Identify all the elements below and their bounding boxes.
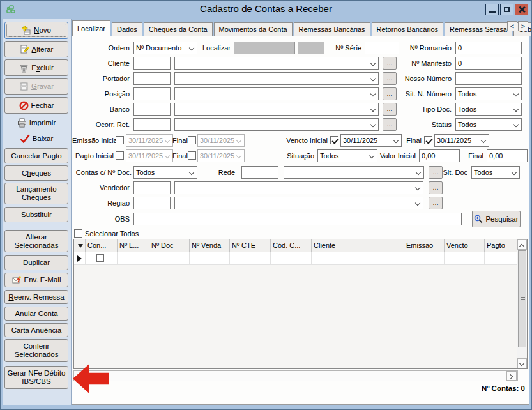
sit-n-numero-select[interactable]: Todos: [455, 87, 522, 100]
cliente-code-input[interactable]: [133, 57, 171, 70]
emissao-final-checkbox[interactable]: [188, 136, 196, 144]
tab-remessas-bancarias[interactable]: Remessas Bancárias: [294, 22, 370, 36]
sidebar-button-duplicar[interactable]: Duplicar: [4, 255, 68, 270]
tab-movimentos-da-conta[interactable]: Movimentos da Conta: [214, 22, 293, 36]
sidebar-button-lancamento-cheques[interactable]: Lançamento Cheques: [4, 183, 68, 204]
sidebar-button-alterar[interactable]: Alterar: [4, 41, 68, 57]
sidebar-button-cheques[interactable]: Cheques: [4, 165, 68, 181]
sidebar-button-cancelar-pagto[interactable]: Cancelar Pagto: [4, 148, 68, 163]
sit-doc-select[interactable]: Todos: [471, 166, 520, 179]
emissao-final-date[interactable]: 30/11/2025: [197, 134, 245, 147]
row-cell: [190, 252, 230, 265]
sidebar-button-carta-anuencia[interactable]: Carta Anuência: [4, 323, 68, 337]
sidebar-button-gerar-nfe-debito-ibs-cbs[interactable]: Gerar NFe Débito IBS/CBS: [4, 366, 68, 389]
sidebar-button-baixar[interactable]: Baixar: [4, 132, 68, 146]
sidebar-button-anular-conta[interactable]: Anular Conta: [4, 307, 68, 321]
ocorr-ret-select[interactable]: [174, 118, 379, 131]
pagto-inicial-date[interactable]: 30/11/2025: [126, 149, 173, 162]
emissao-inicial-checkbox[interactable]: [116, 136, 124, 144]
vendedor-lookup-button[interactable]: ...: [429, 181, 443, 194]
regiao-code-input[interactable]: [133, 197, 171, 209]
maximize-button[interactable]: [500, 4, 513, 15]
grid-header-emissao[interactable]: Emissão: [404, 239, 445, 252]
pesquisar-button[interactable]: Pesquisar: [472, 211, 521, 227]
contas-doc-select[interactable]: Todos: [133, 166, 197, 179]
valor-inicial-input[interactable]: 0,00: [419, 149, 460, 162]
sidebar-button-alterar-selecionadas[interactable]: Alterar Selecionadas: [4, 230, 68, 252]
vendedor-code-input[interactable]: [133, 181, 171, 194]
regiao-label: Região: [72, 197, 130, 209]
pagto-final-checkbox[interactable]: [188, 151, 196, 160]
close-button[interactable]: [515, 4, 528, 15]
rede-code-input[interactable]: [241, 166, 278, 179]
tab-scroll-right-button[interactable]: >: [518, 21, 528, 31]
tab-scroll-left-button[interactable]: <: [507, 21, 517, 31]
vencto-inicial-date[interactable]: 30/11/2025: [340, 134, 402, 147]
regiao-select[interactable]: [174, 197, 423, 209]
chevron-down-icon: [236, 153, 241, 158]
portador-code-input[interactable]: [133, 72, 171, 85]
n-manifesto-input[interactable]: 0: [455, 57, 522, 70]
grid-header-con[interactable]: Con...: [86, 239, 118, 252]
grid-header-vencto[interactable]: Vencto: [445, 239, 485, 252]
sidebar-button-fechar[interactable]: Fechar: [4, 97, 68, 114]
vendedor-select[interactable]: [174, 181, 423, 194]
emissao-inicial-date[interactable]: 30/11/2025: [126, 134, 173, 147]
titlebar[interactable]: Cadastro de Contas a Receber: [1, 1, 531, 19]
sidebar-button-env-email[interactable]: Env. E-Mail: [4, 273, 68, 287]
grid-horizontal-scrollbar[interactable]: [73, 370, 518, 381]
grid-vertical-scrollbar[interactable]: [517, 239, 527, 368]
scrollbar-thumb[interactable]: [518, 250, 526, 347]
scroll-up-button[interactable]: [517, 239, 527, 250]
pagto-final-date[interactable]: 30/11/2025: [197, 149, 245, 162]
vencto-final-date[interactable]: 30/11/2025: [434, 134, 489, 147]
chevron-down-icon: [370, 107, 376, 112]
sidebar-button-excluir[interactable]: Excluir: [4, 59, 68, 76]
status-select[interactable]: Todos: [455, 118, 522, 131]
tab-cheques-da-conta[interactable]: Cheques da Conta: [144, 22, 213, 36]
grid-header-n-cte[interactable]: Nº CTE: [230, 239, 271, 252]
grid-header-n-l[interactable]: Nº L...: [118, 239, 149, 252]
cliente-select[interactable]: [174, 57, 379, 70]
sidebar-button-substituir[interactable]: Substituir: [4, 207, 68, 222]
grid-header-n-doc[interactable]: Nº Doc: [149, 239, 190, 252]
minimize-button[interactable]: [485, 4, 499, 15]
sidebar-button-novo[interactable]: Novo: [4, 22, 68, 39]
situacao-select[interactable]: Todos: [317, 149, 377, 162]
tab-retornos-bancarios[interactable]: Retornos Bancários: [372, 22, 444, 36]
sidebar-button-gravar[interactable]: Gravar: [4, 78, 68, 95]
valor-final-input[interactable]: 0,00: [487, 149, 528, 162]
nosso-numero-input[interactable]: [455, 72, 522, 85]
tipo-doc-select[interactable]: Todos: [455, 103, 522, 116]
posicao-code-input[interactable]: [133, 87, 171, 100]
regiao-lookup-button[interactable]: ...: [429, 197, 443, 209]
banco-select[interactable]: [174, 103, 379, 116]
selecionar-todos-checkbox[interactable]: [74, 229, 82, 238]
n-romaneio-input[interactable]: 0: [455, 42, 522, 54]
grid-header-n-venda[interactable]: Nº Venda: [190, 239, 230, 252]
posicao-select[interactable]: [174, 87, 379, 100]
sidebar-button-label: Alterar: [32, 45, 54, 54]
pagto-inicial-checkbox[interactable]: [116, 151, 124, 160]
tab-localizar[interactable]: Localizar: [72, 20, 110, 36]
grid-header-cliente[interactable]: Cliente: [312, 239, 404, 252]
portador-select[interactable]: [174, 72, 379, 85]
banco-code-input[interactable]: [133, 103, 171, 116]
vencto-inicial-checkbox[interactable]: [330, 136, 338, 144]
grid-header-pagto[interactable]: Pagto: [485, 239, 517, 252]
scroll-right-button[interactable]: [506, 371, 517, 381]
rede-lookup-button[interactable]: ...: [429, 166, 443, 179]
row-select-checkbox[interactable]: [96, 254, 104, 262]
scroll-down-button[interactable]: [517, 358, 527, 368]
rede-select[interactable]: [284, 166, 424, 179]
ocorr-ret-code-input[interactable]: [133, 118, 171, 131]
sidebar-button-conferir-selecionados[interactable]: Conferir Selecionados: [4, 339, 68, 362]
tab-dados[interactable]: Dados: [112, 22, 142, 36]
grid-header-cod-c[interactable]: Cód. C...: [271, 239, 312, 252]
table-row[interactable]: [74, 252, 517, 265]
sidebar-button-reenv-remessa[interactable]: Reenv. Remessa: [4, 290, 68, 304]
tab-remessas-serasa[interactable]: Remessas Serasa: [445, 22, 512, 36]
vencto-final-checkbox[interactable]: [424, 136, 432, 144]
sidebar-button-imprimir[interactable]: Imprimir: [4, 116, 68, 130]
obs-input[interactable]: [133, 213, 462, 225]
